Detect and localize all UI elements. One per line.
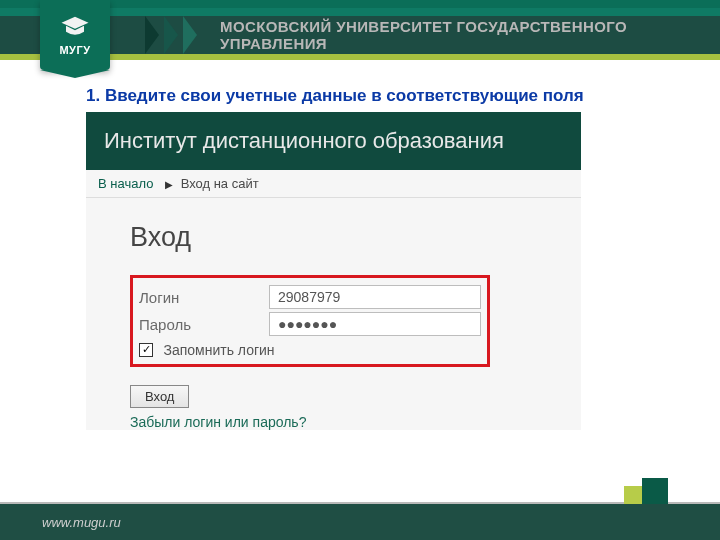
- login-input[interactable]: [269, 285, 481, 309]
- footer: www.mugu.ru: [0, 504, 720, 540]
- password-label: Пароль: [139, 316, 269, 333]
- remember-label[interactable]: Запомнить логин: [163, 342, 274, 358]
- submit-button[interactable]: Вход: [130, 385, 189, 408]
- instruction-text: 1. Введите свои учетные данные в соответ…: [86, 86, 720, 106]
- login-label: Логин: [139, 289, 269, 306]
- login-panel: Институт дистанционного образования В на…: [86, 112, 581, 430]
- password-input[interactable]: [269, 312, 481, 336]
- footer-accent: [624, 478, 668, 504]
- logo: МУГУ: [40, 0, 110, 70]
- breadcrumb-current: Вход на сайт: [181, 176, 259, 191]
- panel-title: Институт дистанционного образования: [86, 112, 581, 170]
- breadcrumb: В начало ▶ Вход на сайт: [86, 170, 581, 198]
- logo-text: МУГУ: [59, 44, 90, 56]
- credentials-highlight: Логин Пароль ✓ Запомнить логин: [130, 275, 490, 367]
- remember-checkbox[interactable]: ✓: [139, 343, 153, 357]
- form-heading: Вход: [130, 222, 553, 253]
- breadcrumb-separator-icon: ▶: [165, 179, 173, 190]
- breadcrumb-home[interactable]: В начало: [98, 176, 153, 191]
- footer-url: www.mugu.ru: [42, 515, 121, 530]
- university-title: МОСКОВСКИЙ УНИВЕРСИТЕТ ГОСУДАРСТВЕННОГО …: [220, 16, 700, 54]
- graduation-cap-icon: [60, 15, 90, 41]
- top-header: МУГУ МОСКОВСКИЙ УНИВЕРСИТЕТ ГОСУДАРСТВЕН…: [0, 0, 720, 66]
- forgot-link[interactable]: Забыли логин или пароль?: [130, 414, 581, 430]
